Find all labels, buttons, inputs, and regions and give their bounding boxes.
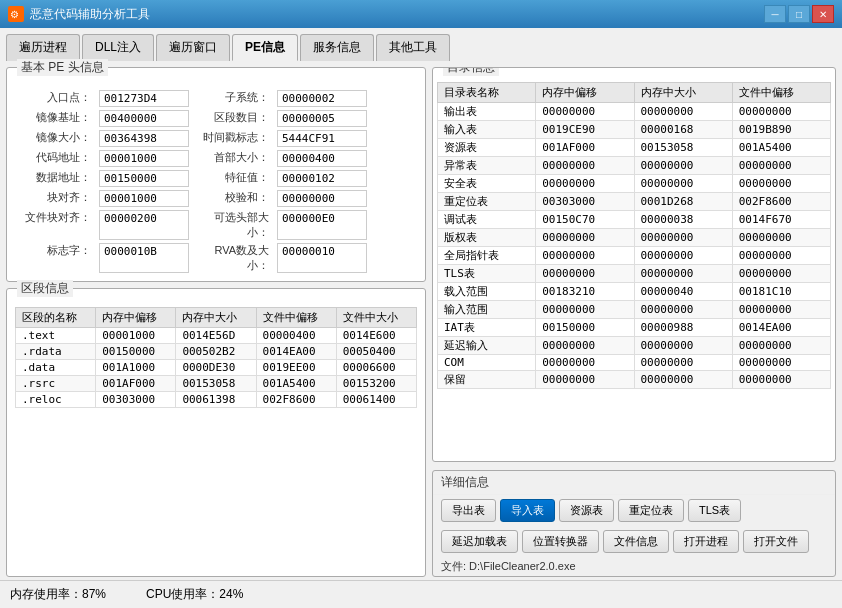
label-entry: 入口点： bbox=[15, 90, 95, 107]
pe-header-content: 入口点： 001273D4 子系统： 00000002 镜像基址： 004000… bbox=[7, 76, 425, 281]
tab-window[interactable]: 遍历窗口 bbox=[156, 34, 230, 61]
detail-btn[interactable]: 重定位表 bbox=[618, 499, 684, 522]
table-row[interactable]: .text000010000014E56D000004000014E600 bbox=[16, 328, 417, 344]
table-row[interactable]: 重定位表003030000001D268002F8600 bbox=[438, 193, 831, 211]
table-row[interactable]: IAT表00150000000009880014EA00 bbox=[438, 319, 831, 337]
table-row[interactable]: .rdata00150000000502B20014EA0000050400 bbox=[16, 344, 417, 360]
title-bar-left: ⚙ 恶意代码辅助分析工具 bbox=[8, 6, 150, 23]
detail-btn[interactable]: TLS表 bbox=[688, 499, 741, 522]
content-area: 基本 PE 头信息 入口点： 001273D4 子系统： 00000002 镜像… bbox=[6, 67, 836, 577]
directory-table: 目录表名称 内存中偏移 内存中大小 文件中偏移 输出表0000000000000… bbox=[437, 82, 831, 389]
value-magic: 0000010B bbox=[99, 243, 189, 273]
detail-btn-row1: 导出表导入表资源表重定位表TLS表 bbox=[433, 495, 835, 526]
label-codeaddr: 代码地址： bbox=[15, 150, 95, 167]
table-row[interactable]: TLS表000000000000000000000000 bbox=[438, 265, 831, 283]
label-magic: 标志字： bbox=[15, 243, 95, 273]
label-imgsize: 镜像大小： bbox=[15, 130, 95, 147]
section-table: 区段的名称 内存中偏移 内存中大小 文件中偏移 文件中大小 .text00001… bbox=[15, 307, 417, 408]
left-panel: 基本 PE 头信息 入口点： 001273D4 子系统： 00000002 镜像… bbox=[6, 67, 426, 577]
table-row[interactable]: 版权表000000000000000000000000 bbox=[438, 229, 831, 247]
directory-title: 目录信息 bbox=[443, 67, 499, 76]
detail-btn[interactable]: 导出表 bbox=[441, 499, 496, 522]
value-headersize: 00000400 bbox=[277, 150, 367, 167]
title-controls: ─ □ ✕ bbox=[764, 5, 834, 23]
label-optheadersize: 可选头部大小： bbox=[193, 210, 273, 240]
tab-pe[interactable]: PE信息 bbox=[232, 34, 298, 61]
detail-btn-row2: 延迟加载表位置转换器文件信息打开进程打开文件 bbox=[433, 526, 835, 557]
dir-col-fileoff: 文件中偏移 bbox=[732, 83, 830, 103]
right-panel: 目录信息 目录表名称 内存中偏移 内存中大小 文件中偏移 bbox=[432, 67, 836, 577]
detail-title: 详细信息 bbox=[433, 471, 835, 495]
memory-usage: 内存使用率：87% bbox=[10, 586, 106, 603]
table-row[interactable]: 异常表000000000000000000000000 bbox=[438, 157, 831, 175]
section-title: 区段信息 bbox=[17, 280, 73, 297]
minimize-button[interactable]: ─ bbox=[764, 5, 786, 23]
value-checksum: 00000000 bbox=[277, 190, 367, 207]
table-row[interactable]: 安全表000000000000000000000000 bbox=[438, 175, 831, 193]
directory-content: 目录表名称 内存中偏移 内存中大小 文件中偏移 输出表0000000000000… bbox=[433, 68, 835, 461]
app-icon: ⚙ bbox=[8, 6, 24, 22]
detail-btn[interactable]: 文件信息 bbox=[603, 530, 669, 553]
label-characteristics: 特征值： bbox=[193, 170, 273, 187]
directory-group: 目录信息 目录表名称 内存中偏移 内存中大小 文件中偏移 bbox=[432, 67, 836, 462]
detail-btn[interactable]: 延迟加载表 bbox=[441, 530, 518, 553]
tab-tools[interactable]: 其他工具 bbox=[376, 34, 450, 61]
label-sections: 区段数目： bbox=[193, 110, 273, 127]
section-col-memoff: 内存中偏移 bbox=[96, 308, 176, 328]
value-subsys: 00000002 bbox=[277, 90, 367, 107]
table-row[interactable]: 调试表00150C70000000380014F670 bbox=[438, 211, 831, 229]
close-button[interactable]: ✕ bbox=[812, 5, 834, 23]
value-sections: 00000005 bbox=[277, 110, 367, 127]
table-row[interactable]: 资源表001AF00000153058001A5400 bbox=[438, 139, 831, 157]
status-bar: 内存使用率：87% CPU使用率：24% bbox=[0, 580, 842, 608]
table-row[interactable]: 保留000000000000000000000000 bbox=[438, 371, 831, 389]
section-col-memsize: 内存中大小 bbox=[176, 308, 256, 328]
section-col-filesize: 文件中大小 bbox=[336, 308, 416, 328]
table-row[interactable]: .rsrc001AF00000153058001A540000153200 bbox=[16, 376, 417, 392]
label-timestamp: 时间戳标志： bbox=[193, 130, 273, 147]
table-row[interactable]: 输出表000000000000000000000000 bbox=[438, 103, 831, 121]
table-row[interactable]: .reloc0030300000061398002F860000061400 bbox=[16, 392, 417, 408]
detail-btn[interactable]: 打开进程 bbox=[673, 530, 739, 553]
table-row[interactable]: 输入表0019CE90000001680019B890 bbox=[438, 121, 831, 139]
table-row[interactable]: .data001A10000000DE300019EE0000006600 bbox=[16, 360, 417, 376]
detail-btn[interactable]: 位置转换器 bbox=[522, 530, 599, 553]
tab-service[interactable]: 服务信息 bbox=[300, 34, 374, 61]
label-checksum: 校验和： bbox=[193, 190, 273, 207]
label-rva: RVA数及大小： bbox=[193, 243, 273, 273]
detail-btn[interactable]: 导入表 bbox=[500, 499, 555, 522]
tab-bar: 遍历进程 DLL注入 遍历窗口 PE信息 服务信息 其他工具 bbox=[6, 34, 836, 61]
value-optheadersize: 000000E0 bbox=[277, 210, 367, 240]
section-group: 区段信息 区段的名称 内存中偏移 内存中大小 文件中偏移 文件中大小 bbox=[6, 288, 426, 577]
table-row[interactable]: 载入范围001832100000004000181C10 bbox=[438, 283, 831, 301]
table-row[interactable]: COM000000000000000000000000 bbox=[438, 355, 831, 371]
svg-text:⚙: ⚙ bbox=[10, 9, 19, 20]
file-path: 文件: D:\FileCleaner2.0.exe bbox=[433, 557, 835, 576]
table-row[interactable]: 输入范围000000000000000000000000 bbox=[438, 301, 831, 319]
dir-col-memoff: 内存中偏移 bbox=[536, 83, 634, 103]
title-bar: ⚙ 恶意代码辅助分析工具 ─ □ ✕ bbox=[0, 0, 842, 28]
detail-box: 详细信息 导出表导入表资源表重定位表TLS表 延迟加载表位置转换器文件信息打开进… bbox=[432, 470, 836, 577]
tab-dll[interactable]: DLL注入 bbox=[82, 34, 154, 61]
maximize-button[interactable]: □ bbox=[788, 5, 810, 23]
value-imgsize: 00364398 bbox=[99, 130, 189, 147]
value-rva: 00000010 bbox=[277, 243, 367, 273]
section-col-fileoff: 文件中偏移 bbox=[256, 308, 336, 328]
tab-process[interactable]: 遍历进程 bbox=[6, 34, 80, 61]
detail-btn[interactable]: 资源表 bbox=[559, 499, 614, 522]
label-headersize: 首部大小： bbox=[193, 150, 273, 167]
value-characteristics: 00000102 bbox=[277, 170, 367, 187]
label-sectionalign: 块对齐： bbox=[15, 190, 95, 207]
label-dataaddr: 数据地址： bbox=[15, 170, 95, 187]
value-filealign: 00000200 bbox=[99, 210, 189, 240]
value-dataaddr: 00150000 bbox=[99, 170, 189, 187]
pe-grid: 入口点： 001273D4 子系统： 00000002 镜像基址： 004000… bbox=[15, 90, 417, 273]
dir-col-name: 目录表名称 bbox=[438, 83, 536, 103]
pe-header-group: 基本 PE 头信息 入口点： 001273D4 子系统： 00000002 镜像… bbox=[6, 67, 426, 282]
main-content: 遍历进程 DLL注入 遍历窗口 PE信息 服务信息 其他工具 基本 PE 头信息… bbox=[0, 28, 842, 580]
table-row[interactable]: 延迟输入000000000000000000000000 bbox=[438, 337, 831, 355]
table-row[interactable]: 全局指针表000000000000000000000000 bbox=[438, 247, 831, 265]
value-timestamp: 5444CF91 bbox=[277, 130, 367, 147]
label-imgbase: 镜像基址： bbox=[15, 110, 95, 127]
detail-btn[interactable]: 打开文件 bbox=[743, 530, 809, 553]
